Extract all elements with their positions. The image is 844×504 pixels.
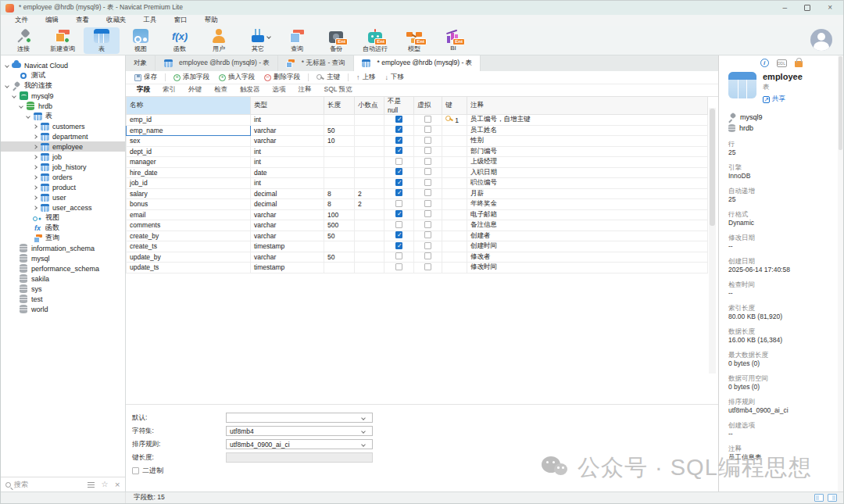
cell-virtual[interactable] [414, 146, 442, 157]
menu-item-工具[interactable]: 工具 [136, 15, 165, 26]
tree-item-user_access[interactable]: user_access [1, 202, 125, 213]
field-row-salary[interactable]: salarydecimal82月薪 [127, 188, 708, 199]
unchecked-checkbox[interactable] [395, 221, 402, 228]
field-row-dept_id[interactable]: dept_idint部门编号 [127, 146, 708, 157]
unchecked-checkbox[interactable] [424, 126, 431, 133]
cell-decimals[interactable]: 2 [355, 199, 384, 210]
toolbar-button-函数[interactable]: f(x)函数 [162, 27, 198, 54]
tree-item-测试[interactable]: 测试 [1, 70, 125, 80]
chevron-right-icon[interactable] [33, 145, 38, 149]
cell-name[interactable]: update_by [127, 252, 251, 263]
cell-length[interactable] [324, 167, 355, 178]
cell-not-null[interactable] [384, 157, 414, 168]
cell-length[interactable]: 100 [324, 209, 355, 220]
cell-type[interactable]: varchar [251, 231, 324, 241]
unchecked-checkbox[interactable] [424, 189, 431, 196]
cell-name[interactable]: salary [127, 188, 251, 199]
cell-comment[interactable]: 创建者 [467, 231, 708, 241]
toolbar-button-备份[interactable]: Ent备份 [318, 27, 354, 54]
cell-length[interactable]: 50 [324, 231, 355, 241]
share-link[interactable]: ↗共享 [763, 95, 803, 104]
tree-item-job[interactable]: job [1, 152, 125, 162]
cell-comment[interactable]: 职位编号 [467, 178, 708, 189]
column-header-键[interactable]: 键 [442, 97, 467, 115]
cell-name[interactable]: email [127, 209, 251, 220]
toolbar-button-查询[interactable]: 查询 [279, 27, 315, 54]
cell-virtual[interactable] [414, 263, 442, 273]
cell-key[interactable] [442, 136, 467, 147]
tree-item-视图[interactable]: 视图 [1, 213, 125, 223]
info-icon[interactable]: i [760, 59, 769, 67]
field-row-job_id[interactable]: job_idint职位编号 [127, 178, 708, 189]
cell-decimals[interactable] [355, 241, 384, 252]
cell-comment[interactable]: 性别 [467, 136, 708, 147]
chevron-right-icon[interactable] [33, 134, 38, 139]
chevron-right-icon[interactable] [33, 124, 38, 129]
tree-item-employee[interactable]: employee [1, 141, 125, 152]
menu-item-收藏夹[interactable]: 收藏夹 [98, 15, 134, 26]
cell-length[interactable] [324, 157, 355, 168]
field-row-bonus[interactable]: bonusdecimal82年终奖金 [127, 199, 708, 210]
field-row-comments[interactable]: commentsvarchar500备注信息 [127, 220, 708, 231]
cell-key[interactable] [442, 188, 467, 199]
cell-comment[interactable]: 创建时间 [467, 241, 708, 252]
field-row-emp_id[interactable]: emp_idint 1员工编号，自增主键 [127, 115, 708, 126]
chevron-down-icon[interactable] [5, 63, 9, 68]
cell-decimals[interactable] [355, 167, 384, 178]
unchecked-checkbox[interactable] [424, 263, 431, 270]
cell-not-null[interactable] [384, 146, 414, 157]
tree-item-表[interactable]: 表 [1, 111, 125, 121]
subtab-选项[interactable]: 选项 [266, 84, 292, 96]
document-tab[interactable]: 对象 [126, 55, 156, 71]
cell-virtual[interactable] [414, 157, 442, 168]
chevron-down-icon[interactable] [5, 84, 9, 88]
cell-virtual[interactable] [414, 115, 442, 126]
tree-item-customers[interactable]: customers [1, 121, 125, 131]
cell-type[interactable]: decimal [251, 188, 324, 199]
cell-decimals[interactable] [355, 115, 384, 126]
cell-virtual[interactable] [414, 220, 442, 231]
cell-comment[interactable]: 上级经理 [467, 157, 708, 168]
cell-not-null[interactable] [384, 220, 414, 231]
chevron-right-icon[interactable] [33, 206, 38, 210]
cell-virtual[interactable] [414, 252, 442, 263]
checked-checkbox[interactable] [395, 179, 402, 186]
grid-scrollbar[interactable] [709, 108, 716, 374]
toolbar-button-其它[interactable]: 其它 [240, 27, 276, 54]
document-tab[interactable]: employee @hrdb (mysql9) - 表 [156, 55, 278, 71]
checked-checkbox[interactable] [395, 231, 402, 238]
cell-type[interactable]: int [251, 178, 324, 189]
cell-type[interactable]: int [251, 146, 324, 157]
cell-virtual[interactable] [414, 125, 442, 136]
cell-comment[interactable]: 部门编号 [467, 146, 708, 157]
tree-item-hrdb[interactable]: hrdb [1, 101, 125, 111]
cell-decimals[interactable]: 2 [355, 188, 384, 199]
cell-not-null[interactable] [384, 231, 414, 241]
cell-name[interactable]: job_id [127, 178, 251, 189]
subtab-SQL 预览[interactable]: SQL 预览 [318, 84, 359, 96]
cell-comment[interactable]: 入职日期 [467, 167, 708, 178]
unchecked-checkbox[interactable] [424, 200, 431, 207]
cell-type[interactable]: varchar [251, 125, 324, 136]
chevron-right-icon[interactable] [33, 155, 38, 159]
cell-type[interactable]: timestamp [251, 263, 324, 273]
cell-comment[interactable]: 员工姓名 [467, 125, 708, 136]
tree-item-job_history[interactable]: job_history [1, 162, 125, 172]
cell-decimals[interactable] [355, 220, 384, 231]
tree-item-sys[interactable]: sys [1, 284, 125, 294]
document-tab[interactable]: * employee @hrdb (mysql9) - 表 [354, 55, 481, 71]
cell-not-null[interactable] [384, 199, 414, 210]
cell-virtual[interactable] [414, 167, 442, 178]
cell-not-null[interactable] [384, 209, 414, 220]
subtab-检查[interactable]: 检查 [208, 84, 234, 96]
unchecked-checkbox[interactable] [395, 252, 402, 259]
field-row-update_ts[interactable]: update_tstimestamp修改时间 [127, 263, 708, 273]
toolbar-button-模型[interactable]: Ent模型 [396, 27, 432, 54]
add-field-button[interactable]: +添加字段 [170, 72, 213, 83]
cell-not-null[interactable] [384, 136, 414, 147]
cell-key[interactable] [442, 167, 467, 178]
cell-virtual[interactable] [414, 136, 442, 147]
subtab-外键[interactable]: 外键 [182, 84, 208, 96]
unchecked-checkbox[interactable] [395, 263, 402, 270]
cell-name[interactable]: sex [127, 136, 251, 147]
